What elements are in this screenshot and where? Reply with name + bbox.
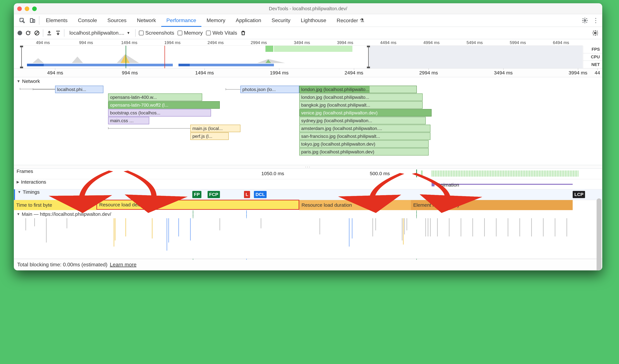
detail-tick: 3494 ms: [494, 70, 513, 76]
network-request[interactable]: bangkok.jpg (localhost.philipwalt...: [299, 101, 423, 109]
network-section-header[interactable]: ▼ Network: [14, 77, 602, 85]
learn-more-link[interactable]: Learn more: [110, 262, 137, 267]
tab-sources[interactable]: Sources: [102, 14, 132, 27]
profile-selector-dropdown[interactable]: localhost.philipwalton.... ▼: [68, 29, 132, 37]
overview-tick: 4994 ms: [423, 40, 439, 45]
network-request[interactable]: opensans-latin-400.w...: [108, 93, 202, 101]
lower-tracks: Frames 1050.0 ms 500.0 ms ▶Interactions …: [14, 168, 602, 259]
tab-console[interactable]: Console: [73, 14, 102, 27]
svg-point-3: [584, 20, 586, 21]
maximize-window-icon[interactable]: [32, 6, 37, 11]
checkbox-memory[interactable]: Memory: [178, 30, 203, 36]
tab-performance[interactable]: Performance: [161, 14, 201, 27]
lcp-segment[interactable]: Element render delay: [411, 200, 573, 210]
timing-badge-fcp[interactable]: FCP: [208, 191, 220, 198]
network-request[interactable]: photos.json (lo...: [240, 86, 299, 93]
load-profile-icon[interactable]: [46, 30, 52, 36]
tab-security[interactable]: Security: [267, 14, 296, 27]
timings-track[interactable]: ▼Timings FPFCPLDCLLCP: [14, 189, 602, 200]
main-thread-flame[interactable]: [14, 218, 602, 259]
svg-rect-2: [33, 19, 35, 22]
network-request[interactable]: main.css …: [108, 117, 149, 124]
timings-label: Timings: [23, 189, 40, 195]
network-request[interactable]: tokyo.jpg (localhost.philipwalton.dev): [299, 140, 429, 148]
vertical-scrollbar[interactable]: [597, 198, 602, 270]
lcp-segment[interactable]: Time to first byte: [14, 200, 96, 210]
network-request[interactable]: bootstrap.css (localhos...: [108, 109, 211, 116]
collapsed-rows-indicator[interactable]: ···: [14, 165, 602, 168]
network-request[interactable]: main.js (local...: [190, 125, 240, 132]
trash-icon[interactable]: [240, 30, 246, 36]
network-request[interactable]: opensans-latin-700.woff2 (l...: [108, 101, 220, 109]
timing-badge-dcl[interactable]: DCL: [254, 191, 267, 198]
overview-tick: 494 ms: [36, 40, 50, 45]
timing-badge-lcp[interactable]: LCP: [573, 191, 585, 198]
svg-marker-6: [32, 58, 44, 63]
main-thread-header[interactable]: ▼ Main — https://localhost.philipwalton.…: [14, 210, 602, 218]
network-request[interactable]: paris.jpg (localhost.philipwalton.dev): [299, 148, 429, 155]
network-request[interactable]: sydney.jpg (localhost.philipwalton...: [299, 117, 426, 124]
detail-tick: 3994 ms: [569, 70, 587, 76]
toggle-device-icon[interactable]: [27, 14, 38, 27]
network-waterfall[interactable]: localhost.phi...opensans-latin-400.w...o…: [14, 85, 602, 165]
inspect-element-icon[interactable]: [17, 14, 27, 27]
lcp-segment[interactable]: Resource load delay: [96, 200, 299, 210]
overview-timeline[interactable]: 494 ms994 ms1494 ms1994 ms2494 ms2994 ms…: [14, 39, 602, 69]
overview-tick: 2494 ms: [207, 40, 224, 45]
capture-settings-icon[interactable]: [592, 30, 599, 36]
collapse-icon: ▼: [17, 79, 20, 84]
checkbox-web-vitals[interactable]: Web Vitals: [206, 30, 237, 36]
overview-selection-handle-left[interactable]: [21, 46, 22, 68]
network-request[interactable]: venice.jpg (localhost.philipwalton.dev): [299, 109, 432, 116]
lcp-segment[interactable]: Resource load duration: [299, 200, 411, 210]
checkbox-screenshots[interactable]: Screenshots: [139, 30, 174, 36]
timing-badge-fp[interactable]: FP: [192, 191, 201, 198]
detail-tick: 2994 ms: [419, 70, 438, 76]
window-title: DevTools - localhost.philipwalton.dev/: [269, 6, 347, 11]
clear-icon[interactable]: [34, 30, 40, 36]
overview-tick: 1994 ms: [164, 40, 181, 45]
record-icon[interactable]: [17, 31, 22, 35]
tab-elements[interactable]: Elements: [41, 14, 73, 27]
overview-tick: 5994 ms: [510, 40, 526, 45]
close-window-icon[interactable]: [17, 6, 22, 11]
network-request[interactable]: localhost.phi...: [55, 86, 103, 93]
tab-memory[interactable]: Memory: [201, 14, 231, 27]
lcp-breakdown-track[interactable]: Time to first byteResource load delayRes…: [14, 200, 602, 210]
reload-record-icon[interactable]: [25, 30, 31, 36]
settings-icon[interactable]: [582, 17, 588, 24]
devtools-main-tabs: Elements Console Sources Network Perform…: [14, 14, 602, 27]
flame-chart-stub: [14, 218, 602, 259]
timing-badge-l[interactable]: L: [244, 191, 250, 198]
overview-tick: 3494 ms: [294, 40, 310, 45]
performance-toolbar: localhost.philipwalton.... ▼ Screenshots…: [14, 27, 602, 39]
overview-label-cpu: CPU: [583, 53, 602, 61]
kebab-menu-icon[interactable]: ⋮: [593, 17, 599, 24]
tab-recorder[interactable]: Recorder ⚗: [331, 14, 369, 27]
overview-tick: 4494 ms: [380, 40, 396, 45]
svg-marker-10: [257, 59, 285, 63]
interactions-track[interactable]: ▶Interactions Animation: [14, 179, 602, 189]
tab-lighthouse[interactable]: Lighthouse: [295, 14, 331, 27]
save-profile-icon[interactable]: [55, 30, 61, 36]
minimize-window-icon[interactable]: [25, 6, 29, 11]
window-titlebar: DevTools - localhost.philipwalton.dev/: [14, 3, 602, 14]
frames-track[interactable]: Frames 1050.0 ms 500.0 ms: [14, 168, 602, 179]
tab-network[interactable]: Network: [132, 14, 161, 27]
profile-selector-label: localhost.philipwalton....: [70, 30, 124, 36]
traffic-lights[interactable]: [17, 6, 37, 11]
network-section-label: Network: [22, 79, 40, 84]
animation-label: Animation: [437, 182, 459, 188]
network-request[interactable]: london.jpg (localhost.philipwalto...: [299, 86, 417, 93]
svg-rect-1: [30, 18, 33, 22]
frames-label: Frames: [17, 168, 33, 174]
detail-ruler[interactable]: 494 ms994 ms1494 ms1994 ms2494 ms2994 ms…: [14, 69, 602, 77]
overview-selection-handle-right[interactable]: [368, 46, 369, 68]
network-request[interactable]: london.jpg (localhost.philipwalto...: [299, 93, 423, 101]
network-request[interactable]: san-francisco.jpg (localhost.philipwalt.…: [299, 132, 430, 140]
svg-marker-7: [72, 56, 83, 63]
network-request[interactable]: perf.js (l...: [190, 132, 228, 140]
tab-application[interactable]: Application: [230, 14, 267, 27]
frame-duration-1: 500.0 ms: [370, 171, 390, 176]
network-request[interactable]: amsterdam.jpg (localhost.philipwalton...…: [299, 125, 430, 132]
